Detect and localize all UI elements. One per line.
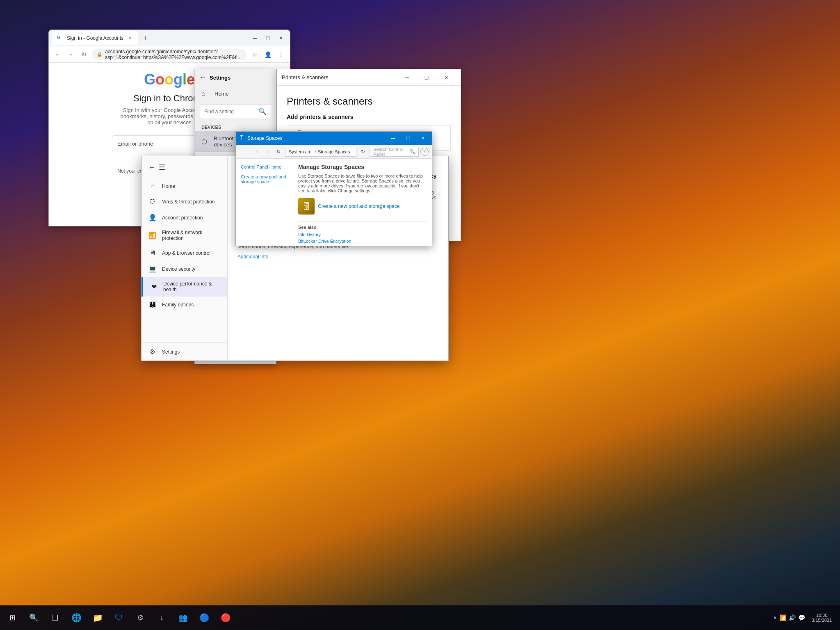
security-browser-label: App & browser control (162, 250, 221, 256)
chrome-back-button[interactable]: ← (52, 49, 63, 60)
chrome-maximize-button[interactable]: □ (262, 32, 274, 44)
security-nav-firewall[interactable]: 📶 Firewall & network protection (142, 226, 227, 245)
firewall-nav-icon: 📶 (148, 232, 157, 240)
taskbar-search-button[interactable]: 🔍 (23, 607, 44, 628)
settings-back-button[interactable]: ← (200, 74, 206, 81)
chrome-titlebar: G Sign in - Google Accounts × + ─ □ × (49, 30, 290, 46)
create-new-pool-link[interactable]: Create a new pool and storage space (318, 203, 399, 209)
security-back-button[interactable]: ← (148, 163, 155, 172)
virus-nav-icon: 🛡 (148, 198, 157, 205)
printers-close-button[interactable]: × (437, 71, 456, 84)
storage-search-icon: 🔍 (409, 149, 415, 154)
taskbar-people-button[interactable]: 👥 (172, 607, 194, 628)
security-nav-account[interactable]: 👤 Account protection (142, 210, 227, 226)
storage-address-refresh-button[interactable]: ↻ (358, 147, 368, 157)
settings-devices-header: Devices (195, 121, 276, 131)
security-settings-nav[interactable]: ⚙ Settings (142, 342, 227, 361)
printers-titlebar-title: Printers & scanners (282, 74, 397, 80)
taskbar-settings-button[interactable]: ⚙ (130, 607, 151, 628)
security-virus-label: Virus & threat protection (162, 199, 221, 205)
storage-titlebar: 🗄 Storage Spaces ─ □ × (236, 132, 432, 145)
storage-forward-button[interactable]: → (251, 147, 260, 157)
security-nav-virus[interactable]: 🛡 Virus & threat protection (142, 194, 227, 210)
storage-create-link-row: 🗄 Create a new pool and storage space (298, 198, 427, 215)
create-pool-link-sidebar[interactable]: Create a new pool and storage space (236, 172, 293, 187)
home-nav-icon: ⌂ (148, 183, 157, 190)
taskbar-chevron-icon[interactable]: ∧ (773, 615, 777, 621)
edge-browser-icon: 🌐 (71, 613, 82, 623)
taskbar-chrome-button[interactable]: 🔵 (194, 607, 215, 628)
taskbar-extra-button[interactable]: 🔴 (215, 607, 236, 628)
google-logo: Google (144, 71, 195, 88)
taskbar-left: ⊞ 🔍 ❑ 🌐 📁 🛡 ⚙ ↓ 👥 (0, 607, 773, 628)
file-history-link[interactable]: File History (298, 231, 427, 238)
taskbar-action-center-icon[interactable]: 💬 (798, 614, 805, 621)
settings-home-label: Home (215, 91, 229, 97)
taskbar-clock[interactable]: 10:30 3/15/2021 (808, 613, 835, 623)
security-nav-device-sec[interactable]: 💻 Device security (142, 261, 227, 277)
storage-breadcrumb: System an... › Storage Spaces (289, 149, 350, 154)
security-nav-browser[interactable]: 🖥 App & browser control (142, 245, 227, 261)
taskbar-security-button[interactable]: 🛡 (108, 607, 130, 628)
additional-info-link[interactable]: Additional info (237, 254, 268, 260)
security-menu-icon[interactable]: ☰ (159, 163, 165, 172)
control-panel-home-link[interactable]: Control Panel Home (236, 162, 293, 172)
chrome-address-bar[interactable]: 🔒 accounts.google.com/signin/chrome/sync… (92, 49, 247, 60)
family-nav-icon: 👪 (148, 301, 157, 308)
taskbar-download-button[interactable]: ↓ (151, 607, 172, 628)
printers-maximize-button[interactable]: □ (417, 71, 436, 84)
taskbar-task-view-button[interactable]: ❑ (44, 607, 66, 628)
chrome-reload-button[interactable]: ↻ (79, 49, 89, 60)
taskbar-explorer-button[interactable]: 📁 (87, 607, 108, 628)
chrome-close-button[interactable]: × (275, 32, 287, 44)
bitlocker-link[interactable]: BitLocker Drive Encryption (298, 238, 427, 244)
printers-minimize-button[interactable]: ─ (397, 71, 416, 84)
security-nav-health[interactable]: ❤ Device performance & health (142, 277, 227, 297)
chrome-minimize-button[interactable]: ─ (249, 32, 260, 44)
chrome-account-button[interactable]: 👤 (262, 49, 274, 60)
storage-close-button[interactable]: × (417, 132, 429, 144)
chrome-taskbar-icon: 🔵 (199, 613, 210, 623)
storage-back-button[interactable]: ← (239, 147, 249, 157)
see-also-title: See also (298, 225, 427, 230)
settings-search-box[interactable]: 🔍 (200, 105, 271, 118)
storage-window: 🗄 Storage Spaces ─ □ × ← → ↑ ↻ System an… (235, 131, 432, 246)
security-icon: 🛡 (115, 613, 123, 623)
security-sidebar: ← ☰ ⌂ Home 🛡 Virus & threat protection 👤… (142, 156, 228, 361)
storage-maximize-button[interactable]: □ (402, 132, 414, 144)
security-account-label: Account protection (162, 215, 221, 221)
settings-nav-home[interactable]: ⌂ Home (195, 86, 276, 101)
chrome-tab-close-button[interactable]: × (127, 35, 133, 41)
taskbar-system-icons: ∧ 📶 🔊 💬 (773, 614, 805, 621)
chrome-forward-button[interactable]: → (65, 49, 76, 60)
chrome-menu-button[interactable]: ⋮ (275, 49, 287, 60)
taskbar-volume-icon[interactable]: 🔊 (789, 614, 796, 621)
health-nav-icon: ❤ (149, 283, 158, 291)
google-favicon: G (57, 35, 64, 41)
account-nav-icon: 👤 (148, 214, 157, 221)
storage-minimize-button[interactable]: ─ (388, 132, 399, 144)
device-sec-nav-icon: 💻 (148, 265, 157, 273)
task-view-icon: ❑ (52, 613, 58, 622)
storage-help-button[interactable]: ? (420, 148, 429, 156)
chrome-new-tab-button[interactable]: + (140, 32, 151, 44)
security-nav-family[interactable]: 👪 Family options (142, 297, 227, 313)
settings-search-input[interactable] (204, 109, 255, 114)
storage-body: Control Panel Home Create a new pool and… (236, 159, 432, 246)
taskbar-network-icon[interactable]: 📶 (779, 614, 786, 621)
taskbar-edge-button[interactable]: 🌐 (66, 607, 87, 628)
storage-spaces-icon: 🗄 (298, 198, 315, 215)
storage-right-panel: Manage Storage Spaces Use Storage Spaces… (293, 159, 432, 246)
chrome-tab[interactable]: G Sign in - Google Accounts × (52, 31, 138, 45)
taskbar-start-button[interactable]: ⊞ (2, 607, 23, 628)
chrome-toolbar-right: ☆ 👤 ⋮ (249, 49, 287, 60)
storage-address-bar[interactable]: System an... › Storage Spaces (285, 147, 356, 157)
storage-search-box[interactable]: Search Control Panel 🔍 (370, 147, 419, 157)
printers-page-title: Printers & scanners (287, 96, 451, 107)
storage-up-button[interactable]: ↑ (262, 147, 272, 157)
storage-refresh-button[interactable]: ↻ (274, 147, 283, 157)
security-nav-home[interactable]: ⌂ Home (142, 178, 227, 194)
security-device-sec-label: Device security (162, 266, 221, 272)
chrome-bookmark-button[interactable]: ☆ (249, 49, 260, 60)
chrome-tab-title: Sign in - Google Accounts (67, 35, 123, 41)
